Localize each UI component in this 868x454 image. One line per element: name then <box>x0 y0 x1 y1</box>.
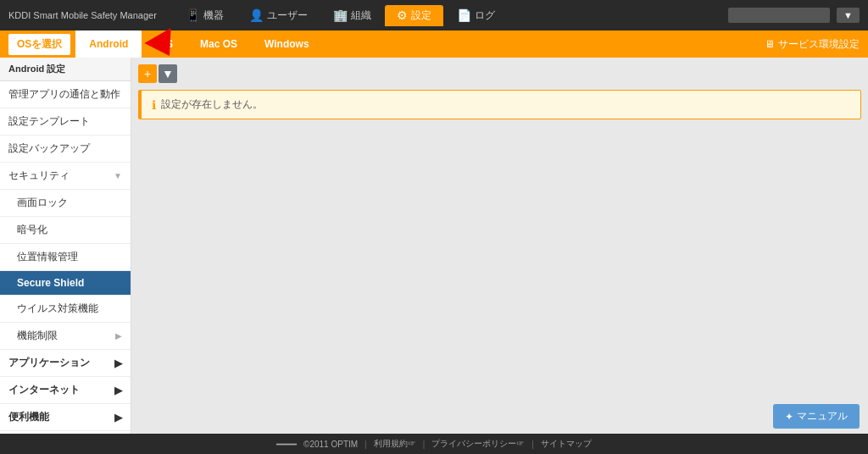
account-dropdown[interactable]: ▼ <box>837 8 860 23</box>
footer: ━━━━ ©2011 OPTIM | 利用規約☞ | プライバシーポリシー☞ |… <box>0 434 868 454</box>
sidebar-item-application[interactable]: アプリケーション▶ <box>0 350 131 377</box>
sidebar-label-encryption: 暗号化 <box>17 223 47 237</box>
dropdown-label: ▼ <box>843 10 853 20</box>
service-settings-label: サービス環境設定 <box>778 37 860 52</box>
sidebar-label-utility: 便利機能 <box>8 410 49 424</box>
os-tab-ios[interactable]: iOS <box>142 30 186 58</box>
manual-icon: ✦ <box>785 411 793 423</box>
content-toolbar: + ▼ <box>138 64 861 83</box>
monitor-icon: 🖥 <box>765 38 775 50</box>
os-tab-macos[interactable]: Mac OS <box>186 30 251 58</box>
main-area: Android 設定 管理アプリの通信と動作設定テンプレート設定バックアップセキ… <box>0 58 868 434</box>
sidebar-label-location: 位置情報管理 <box>17 250 78 264</box>
sidebar-arrow-internet: ▶ <box>114 385 122 396</box>
os-tab-windows[interactable]: Windows <box>251 30 323 58</box>
user-tab-label: ユーザー <box>267 8 308 23</box>
os-tabs: AndroidiOSMac OSWindows <box>75 30 322 58</box>
sidebar-label-internet: インターネット <box>8 383 80 397</box>
os-select-button[interactable]: OSを選択 <box>8 34 70 55</box>
org-tab-label: 組織 <box>351 8 371 23</box>
footer-link-sitemap[interactable]: サイトマップ <box>541 438 592 450</box>
sidebar-item-template[interactable]: 設定テンプレート <box>0 108 131 136</box>
sidebar-item-encryption[interactable]: 暗号化 <box>0 217 131 244</box>
sidebar-item-security[interactable]: セキュリティ▼ <box>0 163 131 190</box>
sidebar-item-admin-app[interactable]: 管理アプリの通信と動作 <box>0 81 131 108</box>
sidebar-label-security: セキュリティ <box>8 169 70 183</box>
sidebar-arrow-utility: ▶ <box>114 412 122 424</box>
service-settings-link[interactable]: 🖥 サービス環境設定 <box>765 37 860 52</box>
manual-button[interactable]: ✦ マニュアル <box>773 404 860 429</box>
sidebar-label-screen-lock: 画面ロック <box>17 196 68 210</box>
sidebar-label-antivirus: ウイルス対策機能 <box>17 302 98 316</box>
sidebar-item-location[interactable]: 位置情報管理 <box>0 244 131 271</box>
settings-tab-icon: ⚙ <box>397 8 408 22</box>
footer-bar: ━━━━ <box>276 440 297 449</box>
org-tab-icon: 🏢 <box>333 8 348 22</box>
sidebar-label-template: 設定テンプレート <box>8 114 90 129</box>
nav-tab-settings[interactable]: ⚙設定 <box>385 5 443 26</box>
log-tab-icon: 📄 <box>457 8 471 22</box>
info-icon: ℹ <box>152 98 156 112</box>
sidebar-item-secure-shield[interactable]: Secure Shield <box>0 271 131 296</box>
os-tab-android[interactable]: Android <box>75 30 142 58</box>
info-box: ℹ 設定が存在しません。 <box>138 90 861 119</box>
nav-tab-device[interactable]: 📱機器 <box>174 5 236 26</box>
footer-link-terms[interactable]: 利用規約☞ <box>374 438 416 450</box>
sidebar-item-utility[interactable]: 便利機能▶ <box>0 404 131 431</box>
sidebar-item-cert[interactable]: 証明書管理▶ <box>0 431 131 434</box>
sidebar: Android 設定 管理アプリの通信と動作設定テンプレート設定バックアップセキ… <box>0 58 131 434</box>
add-button[interactable]: + <box>138 64 157 83</box>
sidebar-label-features: 機能制限 <box>17 329 58 343</box>
info-message: 設定が存在しません。 <box>161 97 263 112</box>
top-header: KDDI Smart Mobile Safety Manager 📱機器👤ユーザ… <box>0 0 868 30</box>
sidebar-item-antivirus[interactable]: ウイルス対策機能 <box>0 296 131 323</box>
settings-tab-label: 設定 <box>411 8 431 23</box>
sidebar-arrow-security: ▼ <box>114 171 122 180</box>
expand-button[interactable]: ▼ <box>159 64 177 83</box>
header-right: ▼ <box>728 8 860 23</box>
sidebar-label-secure-shield: Secure Shield <box>17 277 84 289</box>
sidebar-item-backup[interactable]: 設定バックアップ <box>0 136 131 163</box>
device-tab-label: 機器 <box>203 8 224 23</box>
sidebar-item-internet[interactable]: インターネット▶ <box>0 377 131 404</box>
sidebar-arrow-features: ▶ <box>115 331 122 340</box>
sidebar-header: Android 設定 <box>0 58 131 81</box>
sidebar-item-features[interactable]: 機能制限▶ <box>0 323 131 350</box>
manual-label: マニュアル <box>797 409 848 424</box>
app-title: KDDI Smart Mobile Safety Manager <box>8 10 157 20</box>
nav-tabs: 📱機器👤ユーザー🏢組織⚙設定📄ログ <box>174 5 728 26</box>
nav-tab-log[interactable]: 📄ログ <box>445 5 507 26</box>
user-tab-icon: 👤 <box>249 8 264 22</box>
sidebar-item-screen-lock[interactable]: 画面ロック <box>0 190 131 217</box>
search-input[interactable] <box>728 8 830 23</box>
log-tab-label: ログ <box>475 8 495 23</box>
nav-tab-org[interactable]: 🏢組織 <box>321 5 383 26</box>
sidebar-label-backup: 設定バックアップ <box>8 141 90 156</box>
footer-link-privacy[interactable]: プライバシーポリシー☞ <box>431 438 525 450</box>
nav-tab-user[interactable]: 👤ユーザー <box>237 5 320 26</box>
sidebar-label-admin-app: 管理アプリの通信と動作 <box>8 87 120 102</box>
sidebar-label-application: アプリケーション <box>8 356 90 370</box>
device-tab-icon: 📱 <box>186 8 200 22</box>
content-panel: + ▼ ℹ 設定が存在しません。 <box>131 58 868 434</box>
sidebar-arrow-application: ▶ <box>114 357 122 369</box>
os-tab-bar: OSを選択 AndroidiOSMac OSWindows 🖥 サービス環境設定 <box>0 30 868 58</box>
copyright: ©2011 OPTIM <box>303 440 358 449</box>
